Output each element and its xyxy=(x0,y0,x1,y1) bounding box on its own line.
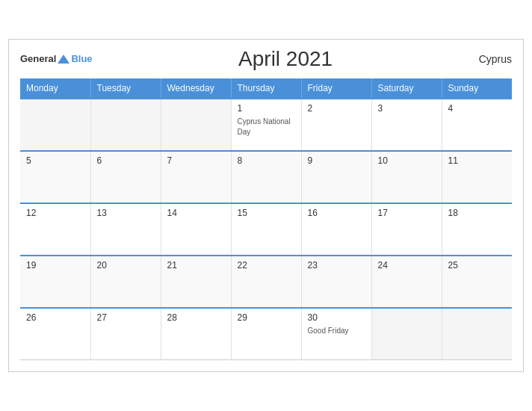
day-number: 15 xyxy=(238,208,295,218)
calendar-table: Monday Tuesday Wednesday Thursday Friday… xyxy=(20,78,512,361)
day-number: 11 xyxy=(448,155,507,166)
calendar-week-row: 1Cyprus National Day234 xyxy=(20,99,512,151)
logo: GeneralBlue xyxy=(20,53,93,64)
calendar-day-cell: 19 xyxy=(20,256,90,308)
col-monday: Monday xyxy=(20,78,90,99)
calendar-day-cell: 11 xyxy=(442,151,512,203)
calendar-day-cell: 26 xyxy=(20,308,90,360)
calendar-day-cell: 5 xyxy=(20,151,90,203)
col-thursday: Thursday xyxy=(231,78,301,99)
col-wednesday: Wednesday xyxy=(161,78,231,99)
calendar-day-cell xyxy=(371,308,442,360)
calendar-header-row: Monday Tuesday Wednesday Thursday Friday… xyxy=(20,78,512,99)
col-friday: Friday xyxy=(301,78,371,99)
day-number: 4 xyxy=(448,103,507,114)
day-number: 7 xyxy=(167,155,225,166)
calendar-day-cell: 25 xyxy=(442,256,512,308)
calendar-body: 1Cyprus National Day23456789101112131415… xyxy=(20,99,512,360)
calendar-day-cell xyxy=(442,308,512,360)
calendar-day-cell: 20 xyxy=(90,256,161,308)
calendar-day-cell: 9 xyxy=(301,151,371,203)
logo-general-text: General xyxy=(20,54,56,64)
calendar-day-cell: 1Cyprus National Day xyxy=(231,99,301,151)
day-number: 14 xyxy=(167,208,225,218)
logo-blue-text: Blue xyxy=(71,53,92,64)
calendar-week-row: 2627282930Good Friday xyxy=(20,308,512,360)
calendar-day-cell: 4 xyxy=(442,99,512,151)
calendar-day-cell xyxy=(161,99,231,151)
calendar-day-cell: 15 xyxy=(231,203,301,256)
calendar-day-cell: 30Good Friday xyxy=(301,308,371,360)
calendar-day-cell: 28 xyxy=(161,308,231,360)
col-sunday: Sunday xyxy=(442,78,512,99)
calendar-day-cell: 13 xyxy=(90,203,161,256)
calendar-week-row: 12131415161718 xyxy=(20,203,512,256)
calendar-day-cell: 23 xyxy=(301,256,371,308)
day-number: 28 xyxy=(167,312,225,323)
day-number: 12 xyxy=(26,208,84,218)
calendar-week-row: 567891011 xyxy=(20,151,512,203)
svg-marker-0 xyxy=(58,55,69,64)
calendar-day-cell: 21 xyxy=(161,256,231,308)
day-number: 1 xyxy=(238,103,295,114)
calendar-day-cell: 7 xyxy=(161,151,231,203)
calendar-container: GeneralBlue April 2021 Cyprus Monday Tue… xyxy=(8,39,524,373)
day-number: 22 xyxy=(238,260,295,271)
calendar-day-cell: 16 xyxy=(301,203,371,256)
col-saturday: Saturday xyxy=(371,78,442,99)
day-number: 3 xyxy=(378,103,436,114)
day-number: 9 xyxy=(308,155,365,166)
day-number: 13 xyxy=(97,208,155,218)
day-number: 17 xyxy=(378,208,436,218)
day-number: 27 xyxy=(97,312,155,323)
day-number: 29 xyxy=(238,312,295,323)
day-number: 30 xyxy=(308,312,365,323)
calendar-day-cell: 29 xyxy=(231,308,301,360)
event-label: Cyprus National Day xyxy=(238,117,291,136)
calendar-day-cell: 22 xyxy=(231,256,301,308)
day-number: 16 xyxy=(308,208,365,218)
calendar-day-cell: 12 xyxy=(20,203,90,256)
event-label: Good Friday xyxy=(308,327,349,335)
col-tuesday: Tuesday xyxy=(90,78,161,99)
day-number: 18 xyxy=(448,208,507,218)
month-title: April 2021 xyxy=(238,47,332,71)
day-number: 25 xyxy=(448,260,507,271)
calendar-day-cell: 17 xyxy=(371,203,442,256)
calendar-day-cell: 27 xyxy=(90,308,161,360)
calendar-day-cell: 18 xyxy=(442,203,512,256)
day-number: 24 xyxy=(378,260,436,271)
calendar-day-cell xyxy=(90,99,161,151)
calendar-day-cell: 10 xyxy=(371,151,442,203)
calendar-day-cell: 2 xyxy=(301,99,371,151)
day-number: 2 xyxy=(308,103,365,114)
calendar-week-row: 19202122232425 xyxy=(20,256,512,308)
country-name: Cyprus xyxy=(479,53,512,65)
day-number: 6 xyxy=(97,155,155,166)
day-number: 19 xyxy=(26,260,84,271)
calendar-day-cell: 24 xyxy=(371,256,442,308)
day-number: 26 xyxy=(26,312,84,323)
calendar-header: GeneralBlue April 2021 Cyprus xyxy=(20,47,512,71)
day-number: 20 xyxy=(97,260,155,271)
calendar-day-cell: 6 xyxy=(90,151,161,203)
calendar-day-cell: 14 xyxy=(161,203,231,256)
calendar-day-cell: 8 xyxy=(231,151,301,203)
day-number: 5 xyxy=(26,155,84,166)
day-number: 8 xyxy=(238,155,295,166)
day-number: 21 xyxy=(167,260,225,271)
calendar-day-cell: 3 xyxy=(371,99,442,151)
day-number: 10 xyxy=(378,155,436,166)
calendar-day-cell xyxy=(20,99,90,151)
day-number: 23 xyxy=(308,260,365,271)
